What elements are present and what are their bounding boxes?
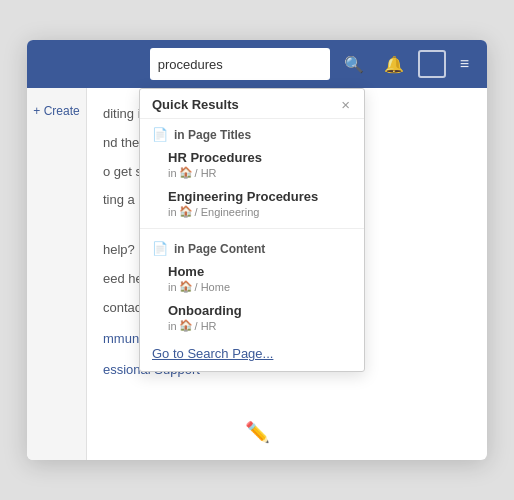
app-window: 🔍 🔔 ≡ + Create diting in WYSIWYG, nd the… <box>27 40 487 460</box>
result-title: Onboarding <box>168 303 352 318</box>
section-divider <box>140 228 364 229</box>
result-home[interactable]: Home in 🏠 / Home <box>140 260 364 299</box>
home-icon: 🏠 <box>179 280 193 293</box>
result-hr-procedures[interactable]: HR Procedures in 🏠 / HR <box>140 146 364 185</box>
document-icon: 📄 <box>152 127 168 142</box>
create-plus: + Create <box>33 104 79 118</box>
section-page-titles: 📄 in Page Titles <box>140 119 364 146</box>
section-page-titles-label: in Page Titles <box>174 128 251 142</box>
result-path: in 🏠 / HR <box>168 319 352 332</box>
home-icon: 🏠 <box>179 166 193 179</box>
section-page-content: 📄 in Page Content <box>140 233 364 260</box>
result-path: in 🏠 / Home <box>168 280 352 293</box>
edit-icon: ✏️ <box>245 420 270 444</box>
result-title: Home <box>168 264 352 279</box>
dropdown-header: Quick Results × <box>140 89 364 119</box>
result-onboarding[interactable]: Onboarding in 🏠 / HR <box>140 299 364 338</box>
search-box[interactable] <box>150 48 330 80</box>
close-button[interactable]: × <box>339 97 352 112</box>
quick-results-dropdown: Quick Results × 📄 in Page Titles HR Proc… <box>139 88 365 372</box>
dropdown-title: Quick Results <box>152 97 239 112</box>
body-area: + Create diting in WYSIWYG, nd then star… <box>27 88 487 460</box>
go-to-search-link[interactable]: Go to Search Page... <box>140 338 364 371</box>
result-path: in 🏠 / HR <box>168 166 352 179</box>
home-icon: 🏠 <box>179 319 193 332</box>
result-title: Engineering Procedures <box>168 189 352 204</box>
result-path: in 🏠 / Engineering <box>168 205 352 218</box>
document-icon-2: 📄 <box>152 241 168 256</box>
search-input[interactable] <box>158 57 298 72</box>
search-icon[interactable]: 🔍 <box>338 49 370 80</box>
create-button[interactable]: + Create <box>33 104 79 118</box>
menu-icon[interactable]: ≡ <box>454 49 475 79</box>
section-page-content-label: in Page Content <box>174 242 265 256</box>
user-avatar[interactable] <box>418 50 446 78</box>
result-engineering-procedures[interactable]: Engineering Procedures in 🏠 / Engineerin… <box>140 185 364 224</box>
result-title: HR Procedures <box>168 150 352 165</box>
sidebar: + Create <box>27 88 87 460</box>
navbar: 🔍 🔔 ≡ <box>27 40 487 88</box>
home-icon: 🏠 <box>179 205 193 218</box>
bell-icon[interactable]: 🔔 <box>378 49 410 80</box>
